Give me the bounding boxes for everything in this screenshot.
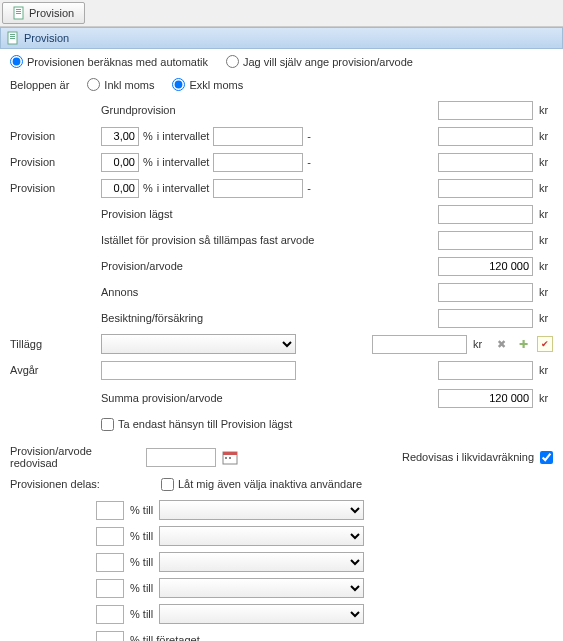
label-provision-3: Provision [10,182,95,194]
tab-label: Provision [29,7,74,19]
select-share2-user[interactable] [159,526,364,546]
label-provision-2: Provision [10,156,95,168]
input-grundprovision[interactable] [438,101,533,120]
label-provision-1: Provision [10,130,95,142]
input-share1-pct[interactable] [96,501,124,520]
input-tier3-from[interactable] [213,179,303,198]
checkbox-endast-lagst[interactable]: Ta endast hänsyn till Provision lägst [101,418,292,431]
label-redovisas-likvid: Redovisas i likvidavräkning [402,451,534,463]
select-share3-user[interactable] [159,552,364,572]
label-redovisad: Provision/arvode redovisad [10,445,140,469]
radio-incl-moms[interactable]: Inkl moms [87,78,154,91]
calendar-icon[interactable] [222,449,238,465]
svg-rect-1 [16,9,21,10]
label-besiktning: Besiktning/försäkring [101,312,203,324]
radio-calc-auto[interactable]: Provisionen beräknas med automatik [10,55,208,68]
radio-excl-moms[interactable]: Exkl moms [172,78,243,91]
input-share4-pct[interactable] [96,579,124,598]
input-tier1-pct[interactable] [101,127,139,146]
input-tillagg-amt[interactable] [372,335,467,354]
svg-rect-10 [225,457,227,459]
section-header: Provision [0,27,563,49]
input-annons[interactable] [438,283,533,302]
input-tier1-from[interactable] [213,127,303,146]
label-provision-lagst: Provision lägst [101,208,173,220]
input-besiktning[interactable] [438,309,533,328]
amounts-prefix: Beloppen är [10,79,69,91]
checkbox-redovisas-likvid[interactable] [540,451,553,464]
radio-calc-manual[interactable]: Jag vill själv ange provision/arvode [226,55,413,68]
tab-provision[interactable]: Provision [2,2,85,24]
svg-rect-6 [10,36,15,37]
delete-icon[interactable]: ✖ [493,336,509,352]
svg-rect-2 [16,11,21,12]
input-tier2-pct[interactable] [101,153,139,172]
label-pct-till-foretaget: % till företaget [130,634,200,641]
input-foretaget-pct[interactable] [96,631,124,642]
label-fast-arvode: Istället för provision så tillämpas fast… [101,234,314,246]
label-provision-arvode: Provision/arvode [101,260,183,272]
input-share3-pct[interactable] [96,553,124,572]
label-grundprovision: Grundprovision [101,104,176,116]
label-annons: Annons [101,286,138,298]
svg-rect-5 [10,34,15,35]
select-share5-user[interactable] [159,604,364,624]
input-fast-arvode[interactable] [438,231,533,250]
input-summa [438,389,533,408]
select-tillagg[interactable] [101,334,296,354]
input-provision-arvode [438,257,533,276]
input-share5-pct[interactable] [96,605,124,624]
label-summa: Summa provision/arvode [101,392,223,404]
checkbox-inaktiva[interactable]: Låt mig även välja inaktiva användare [161,478,362,491]
verify-icon[interactable]: ✔ [537,336,553,352]
label-avgar: Avgår [10,364,95,376]
label-delas: Provisionen delas: [10,478,105,490]
input-avgar-amt[interactable] [438,361,533,380]
input-avgar-text[interactable] [101,361,296,380]
document-icon [13,6,25,20]
input-share2-pct[interactable] [96,527,124,546]
document-icon [7,31,19,45]
svg-rect-7 [10,38,15,39]
input-tier1-amt[interactable] [438,127,533,146]
svg-rect-9 [223,452,237,455]
select-share1-user[interactable] [159,500,364,520]
input-tier2-amt[interactable] [438,153,533,172]
input-provision-lagst[interactable] [438,205,533,224]
input-redovisad-date[interactable] [146,448,216,467]
input-tier3-amt[interactable] [438,179,533,198]
input-tier3-pct[interactable] [101,179,139,198]
select-share4-user[interactable] [159,578,364,598]
svg-rect-11 [229,457,231,459]
add-icon[interactable]: ✚ [515,336,531,352]
input-tier2-from[interactable] [213,153,303,172]
section-title: Provision [24,32,69,44]
svg-rect-3 [16,13,21,14]
label-tillagg: Tillägg [10,338,95,350]
